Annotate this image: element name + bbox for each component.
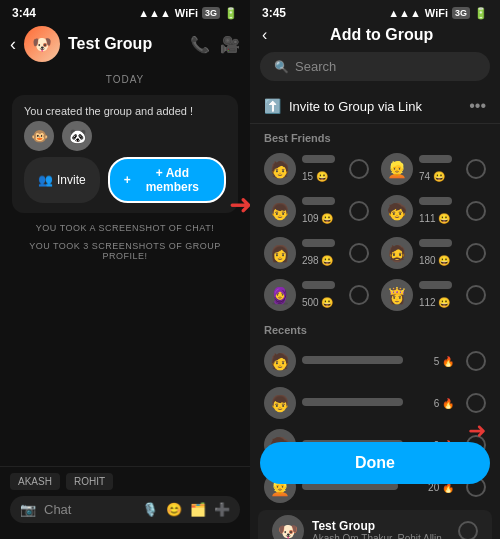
recent-info-0 — [302, 356, 428, 367]
friend-check-6[interactable] — [349, 285, 369, 305]
scrollable-content: Best Friends 🧑 15 😀 👱 74 😀 — [250, 124, 500, 539]
recent-item-0: 🧑 5 🔥 — [258, 340, 492, 382]
right-status-bar: 3:45 ▲▲▲ WiFi 3G 🔋 — [250, 0, 500, 22]
left-chat-content: TODAY You created the group and added ! … — [0, 68, 250, 466]
friend-avatar-5: 🧔 — [381, 237, 413, 269]
friend-check-0[interactable] — [349, 159, 369, 179]
recent-check-1[interactable] — [466, 393, 486, 413]
recent-name-1 — [302, 398, 403, 406]
friend-avatar-6: 🧕 — [264, 279, 296, 311]
friend-name-blurred-0 — [302, 155, 335, 163]
left-header: ‹ 🐶 Test Group 📞 🎥 — [0, 22, 250, 68]
group-item-members: Akash Om Thakur, Rohit Allin — [312, 533, 450, 540]
right-network-badge: 3G — [452, 7, 470, 19]
screenshot-notice-1: YOU TOOK A SCREENSHOT OF CHAT! — [0, 219, 250, 237]
right-back-button[interactable]: ‹ — [262, 26, 267, 44]
invite-label: Invite — [57, 173, 86, 187]
friend-avatar-3: 🧒 — [381, 195, 413, 227]
right-status-icons: ▲▲▲ WiFi 3G 🔋 — [388, 7, 488, 20]
chat-placeholder[interactable]: Chat — [44, 502, 134, 517]
tags-row: AKASH ROHIT — [10, 473, 240, 490]
friend-item-7: 👸 112 😀 — [375, 274, 492, 316]
right-signal-icon: ▲▲▲ — [388, 7, 421, 19]
phone-icon[interactable]: 📞 — [190, 35, 210, 54]
group-item[interactable]: 🐶 Test Group Akash Om Thakur, Rohit Alli… — [258, 510, 492, 539]
recent-score-0: 5 🔥 — [434, 356, 454, 367]
friend-item-5: 🧔 180 😀 — [375, 232, 492, 274]
friend-check-2[interactable] — [349, 201, 369, 221]
search-icon: 🔍 — [274, 60, 289, 74]
done-button[interactable]: Done — [260, 442, 490, 484]
add-members-label: + Add members — [135, 166, 210, 194]
red-arrow-indicator: ➜ — [229, 188, 250, 221]
back-button[interactable]: ‹ — [10, 34, 16, 55]
friend-score-2: 109 😀 — [302, 213, 333, 224]
right-wifi-icon: WiFi — [425, 7, 448, 19]
invite-link-label: Invite to Group via Link — [289, 99, 461, 114]
left-status-bar: 3:44 ▲▲▲ WiFi 3G 🔋 — [0, 0, 250, 22]
friend-check-7[interactable] — [466, 285, 486, 305]
message-text: You created the group and added ! — [24, 105, 193, 117]
group-created-message: You created the group and added ! 🐵 🐼 👥 … — [12, 95, 238, 213]
left-time: 3:44 — [12, 6, 36, 20]
recent-check-0[interactable] — [466, 351, 486, 371]
recent-name-0 — [302, 356, 403, 364]
friend-avatar-4: 👩 — [264, 237, 296, 269]
search-bar[interactable]: 🔍 Search — [260, 52, 490, 81]
friend-item-4: 👩 298 😀 — [258, 232, 375, 274]
friend-info-7: 112 😀 — [419, 281, 460, 310]
battery-icon: 🔋 — [224, 7, 238, 20]
group-item-info: Test Group Akash Om Thakur, Rohit Allin — [312, 519, 450, 540]
tag-rohit: ROHIT — [66, 473, 113, 490]
friend-check-5[interactable] — [466, 243, 486, 263]
friend-score-3: 111 😀 — [419, 213, 450, 224]
more-options-icon[interactable]: ••• — [469, 97, 486, 115]
member-avatar-2: 🐼 — [62, 121, 92, 151]
friend-item-3: 🧒 111 😀 — [375, 190, 492, 232]
friend-info-3: 111 😀 — [419, 197, 460, 226]
done-button-wrapper: Done — [260, 442, 490, 484]
sticker-icon[interactable]: 🗂️ — [190, 502, 206, 517]
friend-name-blurred-4 — [302, 239, 335, 247]
friend-name-blurred-6 — [302, 281, 335, 289]
group-name-label: Test Group — [68, 35, 182, 53]
left-footer: AKASH ROHIT 📷 Chat 🎙️ 😊 🗂️ ➕ — [0, 466, 250, 539]
invite-button[interactable]: 👥 Invite — [24, 157, 100, 203]
friend-name-blurred-7 — [419, 281, 452, 289]
camera-icon[interactable]: 📷 — [20, 502, 36, 517]
friend-info-1: 74 😀 — [419, 155, 460, 184]
add-members-button[interactable]: + + Add members — [108, 157, 226, 203]
left-panel: 3:44 ▲▲▲ WiFi 3G 🔋 ‹ 🐶 Test Group 📞 🎥 TO… — [0, 0, 250, 539]
group-item-avatar: 🐶 — [272, 515, 304, 539]
friend-name-blurred-3 — [419, 197, 452, 205]
emoji-icon[interactable]: 😊 — [166, 502, 182, 517]
friend-info-6: 500 😀 — [302, 281, 343, 310]
friend-info-4: 298 😀 — [302, 239, 343, 268]
friend-score-0: 15 😀 — [302, 171, 328, 182]
invite-icon: 👥 — [38, 173, 53, 187]
friend-name-blurred-5 — [419, 239, 452, 247]
friend-score-7: 112 😀 — [419, 297, 450, 308]
best-friends-grid: 🧑 15 😀 👱 74 😀 👦 10 — [250, 148, 500, 316]
recent-avatar-1: 👦 — [264, 387, 296, 419]
group-avatar: 🐶 — [24, 26, 60, 62]
best-friends-label: Best Friends — [250, 124, 500, 148]
friend-check-4[interactable] — [349, 243, 369, 263]
tag-akash: AKASH — [10, 473, 60, 490]
friend-check-1[interactable] — [466, 159, 486, 179]
recent-score-1: 6 🔥 — [434, 398, 454, 409]
friend-info-0: 15 😀 — [302, 155, 343, 184]
mic-icon[interactable]: 🎙️ — [142, 502, 158, 517]
group-item-check[interactable] — [458, 521, 478, 539]
upload-icon: ⬆️ — [264, 98, 281, 114]
chat-bar: 📷 Chat 🎙️ 😊 🗂️ ➕ — [10, 496, 240, 523]
plus-icon[interactable]: ➕ — [214, 502, 230, 517]
right-time: 3:45 — [262, 6, 286, 20]
friend-check-3[interactable] — [466, 201, 486, 221]
signal-icon: ▲▲▲ — [138, 7, 171, 19]
friend-score-4: 298 😀 — [302, 255, 333, 266]
header-action-icons: 📞 🎥 — [190, 35, 240, 54]
video-icon[interactable]: 🎥 — [220, 35, 240, 54]
invite-link-row[interactable]: ⬆️ Invite to Group via Link ••• — [250, 89, 500, 124]
member-avatar-1: 🐵 — [24, 121, 54, 151]
